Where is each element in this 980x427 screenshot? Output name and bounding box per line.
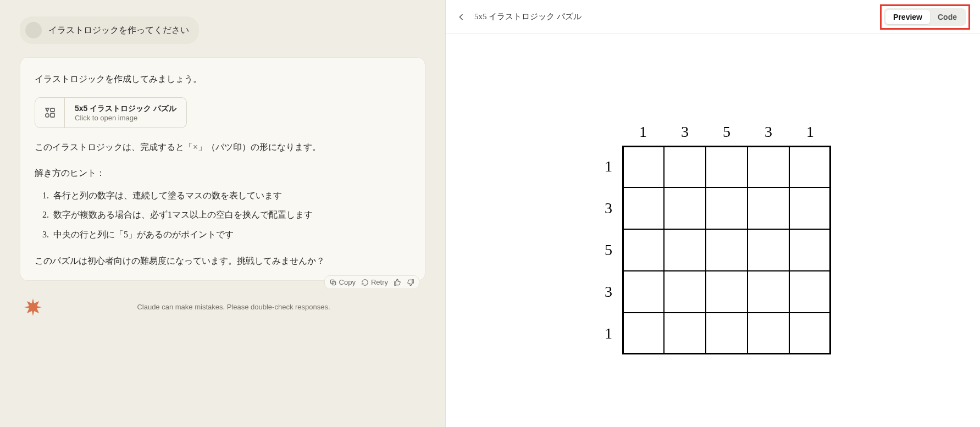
user-avatar <box>25 22 42 38</box>
grid-cell[interactable] <box>622 313 664 354</box>
hint-item: 中央の行と列に「5」があるのがポイントです <box>51 225 411 244</box>
artifact-header-title: 5x5 イラストロジック パズル <box>474 12 582 22</box>
thumbs-up-button[interactable] <box>394 279 401 286</box>
grid-cell[interactable] <box>748 271 789 313</box>
grid-cell[interactable] <box>789 146 831 187</box>
code-tab[interactable]: Code <box>930 10 965 24</box>
artifact-subtitle: Click to open image <box>75 114 176 122</box>
row-clue: 1 <box>595 146 622 187</box>
response-intro: イラストロジックを作成してみましょう。 <box>35 71 411 87</box>
grid-cell[interactable] <box>706 271 748 313</box>
grid-cell[interactable] <box>622 187 664 229</box>
grid-corner <box>595 118 622 146</box>
response-outro: このパズルは初心者向けの難易度になっています。挑戦してみませんか？ <box>35 253 411 269</box>
grid-cell[interactable] <box>622 271 664 313</box>
artifact-title: 5x5 イラストロジック パズル <box>75 104 176 114</box>
row-clue: 3 <box>595 271 622 313</box>
copy-button[interactable]: Copy <box>329 278 356 286</box>
artifact-preview-pane: 5x5 イラストロジック パズル Preview Code 1 3 5 3 1 … <box>445 0 980 427</box>
user-message-bubble: イラストロジックを作ってください <box>20 16 199 44</box>
grid-cell[interactable] <box>748 313 789 354</box>
col-clue: 3 <box>748 118 789 146</box>
preview-code-toggle: Preview Code <box>884 8 966 26</box>
copy-icon <box>329 279 337 286</box>
grid-cell[interactable] <box>664 229 706 271</box>
thumbs-down-icon <box>407 279 414 286</box>
grid-cell[interactable] <box>706 187 748 229</box>
grid-cell[interactable] <box>706 146 748 187</box>
hint-item: 数字が複数ある場合は、必ず1マス以上の空白を挟んで配置します <box>51 205 411 224</box>
grid-cell[interactable] <box>622 229 664 271</box>
nonogram-grid: 1 3 5 3 1 1 3 5 3 <box>595 118 831 354</box>
user-message-text: イラストロジックを作ってください <box>48 25 189 36</box>
grid-cell[interactable] <box>664 146 706 187</box>
disclaimer-text: Claude can make mistakes. Please double-… <box>42 303 425 311</box>
grid-cell[interactable] <box>664 187 706 229</box>
grid-cell[interactable] <box>664 271 706 313</box>
grid-cell[interactable] <box>748 187 789 229</box>
col-clue: 1 <box>789 118 831 146</box>
back-arrow-icon[interactable] <box>456 12 467 23</box>
svg-point-1 <box>45 114 48 117</box>
col-clue: 5 <box>706 118 748 146</box>
grid-cell[interactable] <box>789 187 831 229</box>
artifact-icon <box>35 98 65 127</box>
artifact-card[interactable]: 5x5 イラストロジック パズル Click to open image <box>35 97 187 128</box>
grid-cell[interactable] <box>748 146 789 187</box>
grid-cell[interactable] <box>789 229 831 271</box>
col-clue: 3 <box>664 118 706 146</box>
artifact-header: 5x5 イラストロジック パズル Preview Code <box>446 0 980 34</box>
grid-cell[interactable] <box>622 146 664 187</box>
grid-cell[interactable] <box>748 229 789 271</box>
assistant-response-card: イラストロジックを作成してみましょう。 5x5 イラストロジック パズル Cli… <box>20 57 425 281</box>
grid-cell[interactable] <box>706 229 748 271</box>
highlighted-toggle-region: Preview Code <box>880 4 970 30</box>
hints-list: 各行と列の数字は、連続して塗るマスの数を表しています 数字が複数ある場合は、必ず… <box>51 186 411 244</box>
retry-icon <box>361 279 369 286</box>
thumbs-down-button[interactable] <box>407 279 414 286</box>
hints-heading: 解き方のヒント： <box>35 165 411 181</box>
svg-rect-2 <box>51 113 54 117</box>
response-para1: このイラストロジックは、完成すると「×」（バツ印）の形になります。 <box>35 139 411 156</box>
preview-canvas: 1 3 5 3 1 1 3 5 3 <box>446 34 980 427</box>
grid-cell[interactable] <box>664 313 706 354</box>
hint-item: 各行と列の数字は、連続して塗るマスの数を表しています <box>51 186 411 205</box>
retry-button[interactable]: Retry <box>361 278 388 286</box>
svg-rect-0 <box>51 108 54 112</box>
row-clue: 1 <box>595 313 622 354</box>
grid-cell[interactable] <box>789 271 831 313</box>
row-clue: 3 <box>595 187 622 229</box>
row-clue: 5 <box>595 229 622 271</box>
grid-cell[interactable] <box>789 313 831 354</box>
claude-logo-icon <box>23 297 43 317</box>
message-action-bar: Copy Retry <box>324 275 419 289</box>
col-clue: 1 <box>622 118 664 146</box>
grid-cell[interactable] <box>706 313 748 354</box>
thumbs-up-icon <box>394 279 401 286</box>
preview-tab[interactable]: Preview <box>885 10 930 24</box>
